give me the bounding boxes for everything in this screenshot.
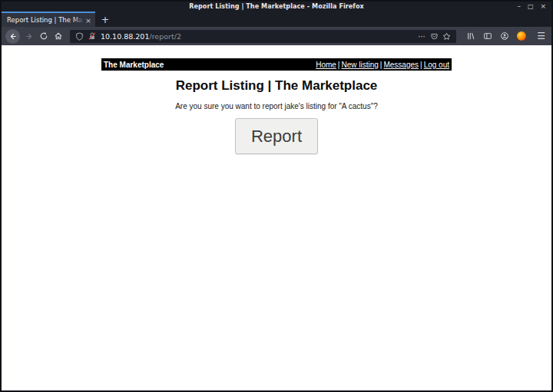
plus-icon: + — [101, 14, 110, 25]
url-host: 10.10.88.201 — [101, 32, 149, 41]
browser-window: Report Listing | The Marketplace - Mozil… — [0, 0, 553, 392]
site-header-bar: The Marketplace Home|New listing|Message… — [101, 58, 452, 71]
toolbar-right-icons: ☰ — [463, 31, 545, 41]
page-title: Report Listing | The Marketplace — [2, 78, 551, 94]
maximize-icon[interactable]: □ — [528, 4, 534, 10]
nav-link-new-listing[interactable]: New listing — [341, 61, 378, 69]
url-text[interactable]: 10.10.88.201/report/2 — [101, 32, 414, 41]
library-icon[interactable] — [466, 31, 475, 41]
forward-button[interactable] — [25, 32, 34, 41]
page-actions-icon[interactable]: ⋯ — [418, 32, 426, 41]
home-icon — [54, 31, 63, 41]
url-bar[interactable]: 10.10.88.201/report/2 ⋯ — [70, 30, 456, 43]
back-button[interactable] — [5, 29, 20, 44]
tab-report-listing[interactable]: Report Listing | The Marketp × — [2, 12, 95, 27]
nav-link-home[interactable]: Home — [316, 61, 336, 69]
window-title: Report Listing | The Marketplace - Mozil… — [189, 3, 364, 10]
new-tab-button[interactable]: + — [95, 12, 115, 27]
forward-icon — [25, 32, 34, 41]
reload-button[interactable] — [39, 31, 48, 41]
nav-link-messages[interactable]: Messages — [383, 61, 419, 69]
reload-icon — [39, 31, 48, 41]
tab-close-icon[interactable]: × — [85, 16, 91, 25]
sidebar-toggle-icon[interactable] — [483, 31, 492, 41]
window-controls: – □ × — [517, 2, 546, 12]
navigation-toolbar: 10.10.88.201/report/2 ⋯ ☰ — [2, 27, 551, 45]
back-icon — [5, 29, 20, 44]
tracking-protection-shield-icon[interactable] — [75, 32, 84, 41]
nav-separator: | — [338, 61, 340, 69]
page-content: The Marketplace Home|New listing|Message… — [2, 45, 551, 390]
confirmation-text: Are you sure you want to report jake's l… — [2, 102, 551, 110]
nav-separator: | — [380, 61, 382, 69]
tab-title-fade — [72, 13, 84, 27]
home-button[interactable] — [54, 31, 63, 41]
url-path: /report/2 — [149, 32, 180, 41]
nav-separator: | — [420, 61, 422, 69]
tab-bar: Report Listing | The Marketp × + — [2, 12, 551, 27]
account-icon[interactable] — [500, 31, 509, 41]
hamburger-menu-icon[interactable]: ☰ — [537, 31, 545, 41]
site-brand: The Marketplace — [104, 61, 164, 69]
pocket-icon[interactable] — [430, 32, 439, 41]
minimize-icon[interactable]: – — [517, 3, 521, 10]
firefox-account-icon[interactable] — [517, 31, 526, 41]
bookmark-star-icon[interactable] — [442, 32, 451, 41]
report-button[interactable]: Report — [235, 118, 318, 154]
close-icon[interactable]: × — [540, 3, 546, 10]
insecure-lock-icon[interactable] — [88, 31, 97, 41]
titlebar: Report Listing | The Marketplace - Mozil… — [2, 2, 551, 12]
nav-link-log-out[interactable]: Log out — [424, 61, 449, 69]
site-nav: Home|New listing|Messages|Log out — [316, 61, 449, 69]
